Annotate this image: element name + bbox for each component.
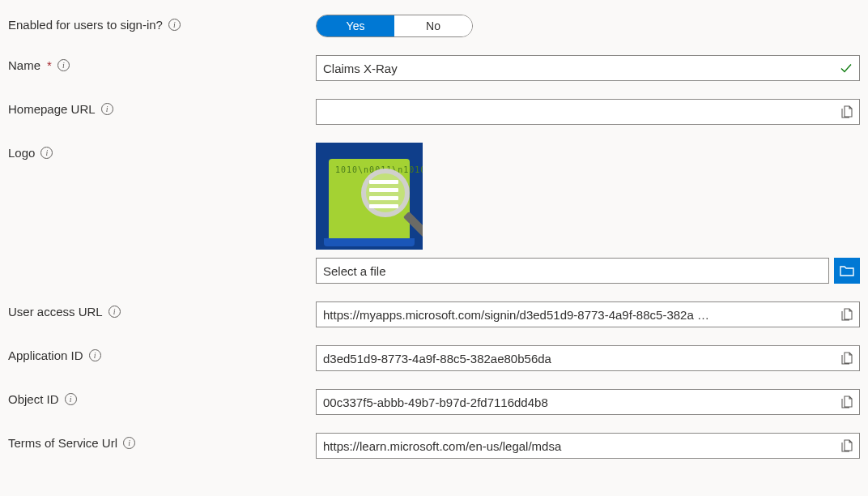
label-name: Name * i <box>8 55 316 72</box>
value-terms-url: https://learn.microsoft.com/en-us/legal/… <box>316 433 860 459</box>
label-application-id-text: Application ID <box>8 348 83 362</box>
value-object-id: 00c337f5-abbb-49b7-b97d-2fd7116dd4b8 <box>316 389 860 415</box>
info-icon[interactable]: i <box>168 19 181 31</box>
copy-icon[interactable] <box>841 396 853 408</box>
copy-icon[interactable] <box>841 308 853 321</box>
label-enabled: Enabled for users to sign-in? i <box>8 15 316 32</box>
application-id-input[interactable]: d3ed51d9-8773-4a9f-88c5-382ae80b56da <box>316 345 860 371</box>
user-access-url-text: https://myapps.microsoft.com/signin/d3ed… <box>323 308 836 322</box>
info-icon[interactable]: i <box>123 437 135 449</box>
row-homepage-url: Homepage URL i <box>8 99 860 125</box>
name-input-text: Claims X-Ray <box>323 62 835 75</box>
folder-icon <box>840 264 854 277</box>
toggle-no[interactable]: No <box>394 15 472 36</box>
value-logo: 1010\n0011\n1010\n1011 Select a file <box>316 143 860 284</box>
label-user-access-url: User access URL i <box>8 301 316 319</box>
label-object-id: Object ID i <box>8 389 316 406</box>
toggle-yes[interactable]: Yes <box>317 15 394 36</box>
logo-thumbnail: 1010\n0011\n1010\n1011 <box>316 143 423 250</box>
value-application-id: d3ed51d9-8773-4a9f-88c5-382ae80b56da <box>316 345 860 371</box>
info-icon[interactable]: i <box>108 306 121 318</box>
user-access-url-input[interactable]: https://myapps.microsoft.com/signin/d3ed… <box>316 301 860 327</box>
object-id-input[interactable]: 00c337f5-abbb-49b7-b97d-2fd7116dd4b8 <box>316 389 860 415</box>
label-homepage-url: Homepage URL i <box>8 99 316 116</box>
label-object-id-text: Object ID <box>8 392 59 406</box>
row-enabled: Enabled for users to sign-in? i Yes No <box>8 15 860 37</box>
checkmark-icon <box>840 62 853 75</box>
label-user-access-url-text: User access URL <box>8 305 103 319</box>
row-user-access-url: User access URL i https://myapps.microso… <box>8 301 860 327</box>
info-icon[interactable]: i <box>57 59 70 71</box>
logo-file-input[interactable]: Select a file <box>316 258 829 284</box>
value-homepage-url <box>316 99 860 125</box>
label-terms-url: Terms of Service Url i <box>8 433 316 450</box>
browse-button[interactable] <box>834 258 860 284</box>
logo-file-row: Select a file <box>316 258 860 284</box>
row-logo: Logo i 1010\n0011\n1010\n1011 Select a f… <box>8 143 860 284</box>
info-icon[interactable]: i <box>65 393 77 405</box>
application-id-text: d3ed51d9-8773-4a9f-88c5-382ae80b56da <box>323 352 836 366</box>
label-logo-text: Logo <box>8 146 35 160</box>
info-icon[interactable]: i <box>40 147 53 159</box>
label-homepage-url-text: Homepage URL <box>8 102 96 116</box>
copy-icon[interactable] <box>841 439 853 452</box>
info-icon[interactable]: i <box>101 103 113 115</box>
label-application-id: Application ID i <box>8 345 316 362</box>
value-user-access-url: https://myapps.microsoft.com/signin/d3ed… <box>316 301 860 327</box>
row-object-id: Object ID i 00c337f5-abbb-49b7-b97d-2fd7… <box>8 389 860 415</box>
row-name: Name * i Claims X-Ray <box>8 55 860 81</box>
name-input[interactable]: Claims X-Ray <box>316 55 860 81</box>
enabled-toggle[interactable]: Yes No <box>316 15 473 37</box>
properties-form: Enabled for users to sign-in? i Yes No N… <box>0 0 868 467</box>
row-terms-url: Terms of Service Url i https://learn.mic… <box>8 433 860 459</box>
required-mark: * <box>47 58 52 72</box>
value-enabled: Yes No <box>316 15 860 37</box>
object-id-text: 00c337f5-abbb-49b7-b97d-2fd7116dd4b8 <box>323 396 836 409</box>
copy-icon[interactable] <box>841 352 853 365</box>
label-logo: Logo i <box>8 143 316 160</box>
label-enabled-text: Enabled for users to sign-in? <box>8 18 163 32</box>
terms-url-text: https://learn.microsoft.com/en-us/legal/… <box>323 439 836 453</box>
row-application-id: Application ID i d3ed51d9-8773-4a9f-88c5… <box>8 345 860 371</box>
logo-file-text: Select a file <box>323 264 822 278</box>
terms-url-input[interactable]: https://learn.microsoft.com/en-us/legal/… <box>316 433 860 459</box>
label-name-text: Name <box>8 58 40 72</box>
copy-icon[interactable] <box>841 105 853 118</box>
label-terms-url-text: Terms of Service Url <box>8 436 117 450</box>
value-name: Claims X-Ray <box>316 55 860 81</box>
info-icon[interactable]: i <box>89 349 101 361</box>
homepage-url-input[interactable] <box>316 99 860 125</box>
